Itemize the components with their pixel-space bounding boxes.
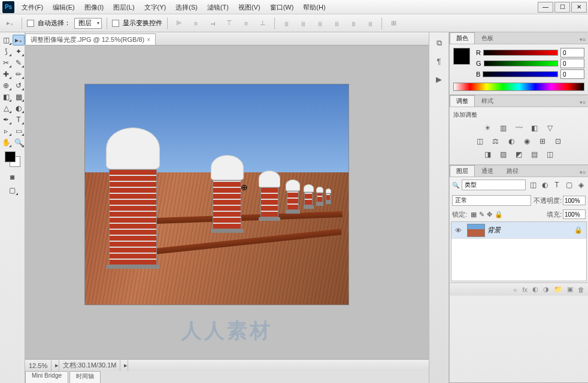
panel-menu-icon[interactable]: ▾≡	[577, 35, 588, 44]
distribute-icon[interactable]: ⫼	[296, 17, 310, 30]
layer-thumbnail[interactable]	[467, 224, 485, 237]
lasso-tool[interactable]: ⟆	[0, 46, 12, 57]
curves-icon[interactable]: 〰	[514, 124, 524, 132]
tab-styles[interactable]: 样式	[475, 95, 500, 107]
layer-item[interactable]: 👁 背景 🔒	[451, 222, 586, 239]
menu-view[interactable]: 视图(V)	[234, 0, 265, 14]
maximize-button[interactable]: ☐	[554, 2, 570, 13]
menu-filter[interactable]: 滤镜(T)	[202, 0, 234, 14]
align-middle-icon[interactable]: ≡	[240, 17, 253, 30]
document-tab[interactable]: 调整图像曝光度.JPG @ 12.5%(RGB/8) ×	[25, 34, 156, 45]
distribute-icon[interactable]: ⫼	[280, 17, 293, 30]
auto-select-checkbox[interactable]	[27, 20, 34, 27]
vibrance-icon[interactable]: ▽	[545, 124, 555, 132]
gradient-map-icon[interactable]: ▤	[530, 150, 539, 159]
selective-color-icon[interactable]: ◫	[545, 150, 555, 159]
doc-info[interactable]: 文档:30.1M/30.1M	[59, 360, 120, 371]
tab-mini-bridge[interactable]: Mini Bridge	[25, 371, 68, 383]
menu-select[interactable]: 选择(S)	[171, 0, 202, 14]
show-transform-checkbox[interactable]	[112, 20, 119, 27]
current-color-swatch[interactable]	[453, 48, 470, 65]
tab-channels[interactable]: 通道	[475, 165, 500, 177]
menu-help[interactable]: 帮助(H)	[298, 0, 330, 14]
posterize-icon[interactable]: ▨	[499, 150, 508, 159]
hue-sat-icon[interactable]: ◫	[475, 137, 485, 145]
filter-smart-icon[interactable]: ◈	[576, 181, 586, 189]
auto-select-target[interactable]: 图层	[74, 18, 102, 29]
lock-transparency-icon[interactable]: ▦	[471, 211, 477, 218]
menu-image[interactable]: 图像(I)	[80, 0, 108, 14]
distribute-icon[interactable]: ⫼	[313, 17, 326, 30]
delete-layer-icon[interactable]: 🗑	[578, 286, 584, 293]
levels-icon[interactable]: ▥	[499, 124, 508, 132]
align-bottom-icon[interactable]: ⊥	[256, 17, 269, 30]
menu-layer[interactable]: 图层(L)	[108, 0, 139, 14]
filter-type-icon[interactable]: T	[552, 181, 562, 189]
new-layer-icon[interactable]: ▣	[567, 285, 573, 293]
quick-mask-icon[interactable]: ◙	[7, 172, 19, 183]
layer-filter-select[interactable]: 类型	[462, 180, 526, 190]
path-select-tool[interactable]: ▹	[0, 126, 12, 136]
distribute-icon[interactable]: ⫼	[347, 17, 360, 30]
exposure-icon[interactable]: ◧	[530, 124, 539, 132]
visibility-icon[interactable]: 👁	[451, 227, 465, 234]
screen-mode-icon[interactable]: ▢	[7, 185, 19, 196]
character-panel-icon[interactable]: ¶	[434, 56, 444, 66]
quick-select-tool[interactable]: ✦	[13, 46, 25, 57]
b-slider[interactable]	[483, 71, 558, 77]
tab-paths[interactable]: 路径	[500, 165, 525, 177]
filter-pixel-icon[interactable]: ◫	[528, 181, 538, 189]
menu-file[interactable]: 文件(F)	[17, 0, 48, 14]
panel-menu-icon[interactable]: ▾≡	[577, 168, 588, 177]
gradient-tool[interactable]: ▦	[13, 92, 25, 102]
history-panel-icon[interactable]: ⧉	[434, 38, 444, 48]
pen-tool[interactable]: ✒	[0, 114, 12, 125]
layer-name[interactable]: 背景	[487, 226, 574, 235]
bw-icon[interactable]: ◐	[507, 137, 516, 145]
filter-shape-icon[interactable]: ▢	[564, 181, 574, 189]
healing-tool[interactable]: ✚	[0, 69, 12, 80]
g-slider[interactable]	[484, 60, 558, 66]
brush-tool[interactable]: ✏	[13, 69, 25, 80]
layer-fx-icon[interactable]: fx	[522, 286, 528, 293]
status-arrow-icon[interactable]: ▸	[120, 360, 128, 371]
brightness-icon[interactable]: ☀	[483, 124, 493, 132]
eraser-tool[interactable]: ◧	[0, 92, 12, 102]
b-input[interactable]	[560, 69, 584, 79]
minimize-button[interactable]: —	[538, 2, 553, 13]
zoom-level[interactable]: 12.5%	[25, 360, 51, 371]
threshold-icon[interactable]: ◩	[514, 150, 524, 159]
invert-icon[interactable]: ◨	[483, 150, 493, 159]
eyedropper-tool[interactable]: ✎	[13, 57, 25, 68]
canvas-viewport[interactable]: ⊕ 人人素材	[25, 45, 429, 359]
stamp-tool[interactable]: ⊕	[0, 80, 12, 91]
menu-type[interactable]: 文字(Y)	[140, 0, 171, 14]
move-tool[interactable]: ▸₊	[13, 35, 25, 45]
fill-input[interactable]	[563, 209, 586, 219]
r-slider[interactable]	[483, 50, 558, 56]
menu-window[interactable]: 窗口(W)	[265, 0, 299, 14]
actions-panel-icon[interactable]: ▶	[434, 74, 444, 84]
lock-position-icon[interactable]: ✥	[487, 211, 492, 218]
canvas[interactable]: ⊕	[85, 84, 348, 305]
distribute-icon[interactable]: ⫼	[363, 17, 377, 30]
blur-tool[interactable]: △	[0, 103, 12, 114]
link-layers-icon[interactable]: ⟐	[513, 286, 517, 293]
layer-mask-icon[interactable]: ◐	[532, 285, 538, 293]
zoom-tool[interactable]: 🔍	[13, 137, 25, 148]
auto-align-icon[interactable]: ⊞	[387, 17, 400, 30]
hand-tool[interactable]: ✋	[0, 137, 12, 148]
crop-tool[interactable]: ✂	[0, 57, 12, 68]
r-input[interactable]	[560, 48, 584, 57]
blend-mode-select[interactable]: 正常	[452, 195, 531, 206]
tab-swatches[interactable]: 色板	[475, 32, 500, 44]
panel-menu-icon[interactable]: ▾≡	[577, 98, 588, 107]
type-tool[interactable]: T	[13, 114, 25, 125]
color-lookup-icon[interactable]: ⊡	[553, 137, 563, 145]
foreground-color[interactable]	[5, 151, 16, 162]
filter-adjust-icon[interactable]: ◐	[540, 181, 550, 189]
history-brush-tool[interactable]: ↺	[13, 80, 25, 91]
color-spectrum[interactable]	[453, 83, 584, 91]
photo-filter-icon[interactable]: ◉	[522, 137, 532, 145]
g-input[interactable]	[560, 59, 584, 68]
